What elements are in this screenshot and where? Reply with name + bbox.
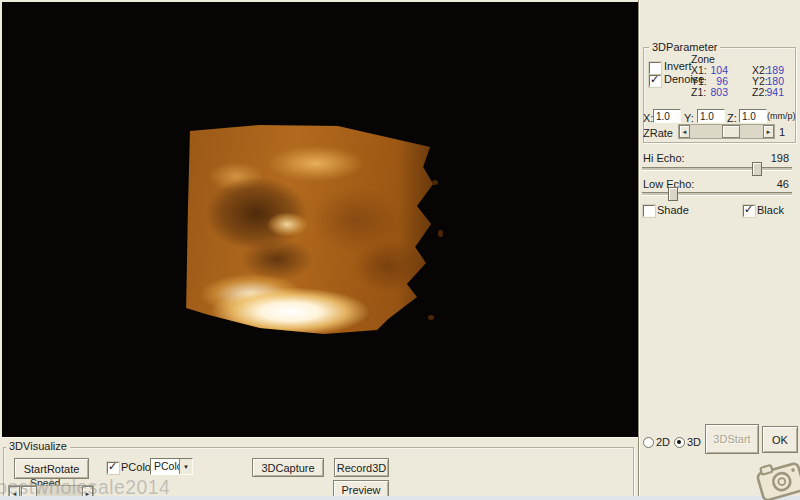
zrate-scrollbar[interactable]: ◄ ► — [678, 124, 775, 139]
hi-echo-label: Hi Echo: — [643, 152, 685, 164]
render-viewport[interactable] — [2, 2, 638, 437]
pcolor-checkbox[interactable] — [107, 462, 119, 474]
pcolor-dropdown[interactable]: PColor ▼ — [150, 458, 193, 475]
chevron-down-icon[interactable]: ▼ — [179, 459, 192, 474]
parameter-group-title: 3DParameter — [649, 41, 720, 53]
zrate-scrollbar-thumb[interactable] — [722, 125, 740, 138]
black-label: Black — [757, 204, 784, 216]
mode-2d-label: 2D — [656, 436, 670, 448]
y-scale-label: Y: — [684, 112, 694, 124]
render-speck — [438, 230, 443, 237]
mode-2d-radio[interactable] — [643, 437, 654, 448]
parameter-panel: 3DParameter Invert Denoise Zone X1: 104 … — [638, 0, 800, 500]
mode-3d-label: 3D — [687, 436, 701, 448]
zrate-label: ZRate — [643, 127, 673, 139]
hi-echo-slider-track[interactable] — [642, 167, 792, 171]
mode-3d-radio[interactable] — [674, 437, 685, 448]
seller-watermark-text: bestwholesale2014 — [0, 476, 170, 499]
shade-label: Shade — [657, 204, 689, 216]
zrate-value: 1 — [779, 126, 785, 138]
zone-z2-value: 941 — [756, 86, 784, 98]
record3d-button[interactable]: Record3D — [334, 458, 389, 477]
low-echo-slider-track[interactable] — [642, 192, 792, 196]
low-echo-slider-thumb[interactable] — [668, 187, 678, 201]
denoise-checkbox[interactable] — [649, 75, 661, 87]
app-window: 3DParameter Invert Denoise Zone X1: 104 … — [0, 0, 800, 500]
x-scale-label: X: — [643, 112, 653, 124]
shade-checkbox[interactable] — [643, 205, 655, 217]
visualize-group-title: 3DVisualize — [6, 440, 70, 452]
y-scale-input[interactable] — [697, 109, 725, 123]
z-scale-label: Z: — [727, 112, 737, 124]
zone-z1-value: 803 — [704, 86, 728, 98]
ultrasound-3d-image — [182, 122, 439, 340]
render-speck — [432, 180, 438, 185]
voxel-unit-label: (mm/p) — [767, 111, 796, 121]
low-echo-value: 46 — [749, 178, 789, 190]
start3d-button[interactable]: 3DStart — [705, 424, 759, 454]
ok-button[interactable]: OK — [762, 426, 798, 453]
x-scale-input[interactable] — [653, 109, 681, 123]
z-scale-input[interactable] — [739, 109, 767, 123]
render-speck — [428, 315, 434, 320]
invert-label: Invert — [664, 60, 692, 72]
hi-echo-slider-thumb[interactable] — [752, 162, 762, 176]
black-checkbox[interactable] — [743, 205, 755, 217]
zrate-right-arrow-icon[interactable]: ► — [763, 125, 774, 138]
zrate-left-arrow-icon[interactable]: ◄ — [679, 125, 690, 138]
capture3d-button[interactable]: 3DCapture — [252, 458, 324, 477]
